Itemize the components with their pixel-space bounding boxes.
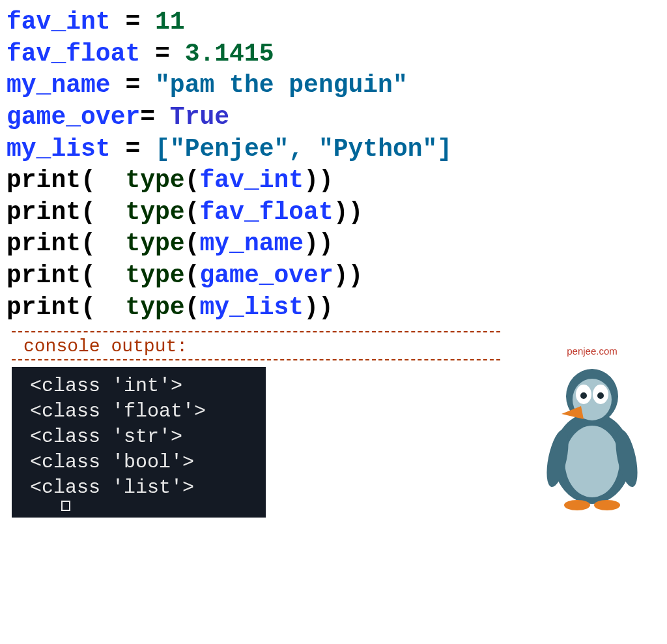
paren-open: ( [81, 261, 96, 289]
string-literal: "Penjee" [170, 135, 289, 163]
builtin-type: type [125, 293, 184, 321]
code-line-6: print( type(fav_int)) [7, 165, 660, 197]
builtin-type: type [125, 229, 184, 257]
cursor-row [30, 501, 257, 514]
code-line-4: game_over= True [7, 102, 660, 134]
assign-op: = [140, 103, 170, 131]
site-tag-label: penjee.com [537, 345, 647, 357]
code-line-7: print( type(fav_float)) [7, 197, 660, 229]
variable-ref: fav_float [199, 198, 333, 226]
variable-name: fav_float [7, 40, 140, 68]
builtin-print: print [7, 293, 81, 321]
variable-ref: fav_int [199, 166, 304, 194]
dashed-divider [12, 359, 500, 360]
builtin-print: print [7, 261, 81, 289]
code-line-2: fav_float = 3.1415 [7, 38, 660, 70]
console-line: <class 'list'> [30, 475, 257, 501]
paren-close: ) [334, 261, 348, 289]
paren-open: ( [185, 293, 200, 321]
python-code-block: fav_int = 11 fav_float = 3.1415 my_name … [0, 0, 667, 323]
paren-close: ) [304, 229, 319, 257]
space [96, 261, 126, 289]
bracket-open: [ [155, 135, 170, 163]
dashed-divider [12, 331, 500, 332]
code-line-3: my_name = "pam the penguin" [7, 70, 660, 102]
paren-open: ( [81, 293, 96, 321]
space [96, 198, 126, 226]
variable-ref: game_over [199, 261, 333, 289]
terminal-cursor-icon [61, 501, 70, 511]
console-line: <class 'bool'> [30, 450, 257, 475]
variable-ref: my_name [199, 229, 304, 257]
console-line: <class 'str'> [30, 424, 257, 450]
variable-name: my_name [7, 71, 111, 99]
penguin-icon [537, 360, 647, 510]
paren-close: ) [319, 166, 334, 194]
code-line-8: print( type(my_name)) [7, 228, 660, 260]
svg-point-1 [565, 426, 619, 497]
builtin-type: type [125, 198, 184, 226]
paren-close: ) [319, 229, 334, 257]
assign-op: = [140, 40, 184, 68]
console-line: <class 'float'> [30, 399, 257, 424]
variable-name: my_list [7, 135, 111, 163]
paren-open: ( [81, 198, 96, 226]
code-line-9: print( type(game_over)) [7, 260, 660, 292]
assign-op: = [111, 8, 155, 36]
space [96, 166, 126, 194]
code-line-5: my_list = ["Penjee", "Python"] [7, 134, 660, 166]
svg-point-7 [597, 392, 604, 399]
console-line: <class 'int'> [30, 373, 257, 399]
string-literal: "Python" [319, 135, 437, 163]
bool-literal: True [170, 103, 229, 131]
builtin-type: type [125, 166, 184, 194]
paren-open: ( [81, 166, 96, 194]
variable-ref: my_list [199, 293, 304, 321]
builtin-print: print [7, 166, 81, 194]
svg-point-11 [564, 500, 590, 510]
bracket-close: ] [437, 135, 452, 163]
space [96, 293, 126, 321]
code-line-10: print( type(my_list)) [7, 292, 660, 324]
paren-open: ( [185, 198, 200, 226]
comma: , [289, 135, 319, 163]
int-literal: 11 [155, 8, 185, 36]
svg-point-12 [594, 500, 620, 510]
variable-name: game_over [7, 103, 140, 131]
builtin-print: print [7, 198, 81, 226]
paren-close: ) [348, 198, 363, 226]
paren-open: ( [81, 229, 96, 257]
space [96, 229, 126, 257]
builtin-type: type [125, 261, 184, 289]
paren-close: ) [304, 166, 319, 194]
svg-point-6 [580, 392, 587, 399]
paren-close: ) [334, 198, 348, 226]
builtin-print: print [7, 229, 81, 257]
variable-name: fav_int [7, 8, 111, 36]
paren-close: ) [348, 261, 363, 289]
assign-op: = [111, 71, 155, 99]
code-line-1: fav_int = 11 [7, 7, 660, 38]
paren-open: ( [185, 166, 200, 194]
paren-open: ( [185, 229, 200, 257]
console-output-box: <class 'int'> <class 'float'> <class 'st… [12, 367, 266, 518]
penguin-mascot-group: penjee.com [537, 345, 647, 514]
paren-open: ( [185, 261, 200, 289]
paren-close: ) [319, 293, 334, 321]
string-literal: "pam the penguin" [155, 71, 408, 99]
assign-op: = [111, 135, 155, 163]
float-literal: 3.1415 [185, 40, 274, 68]
paren-close: ) [304, 293, 319, 321]
